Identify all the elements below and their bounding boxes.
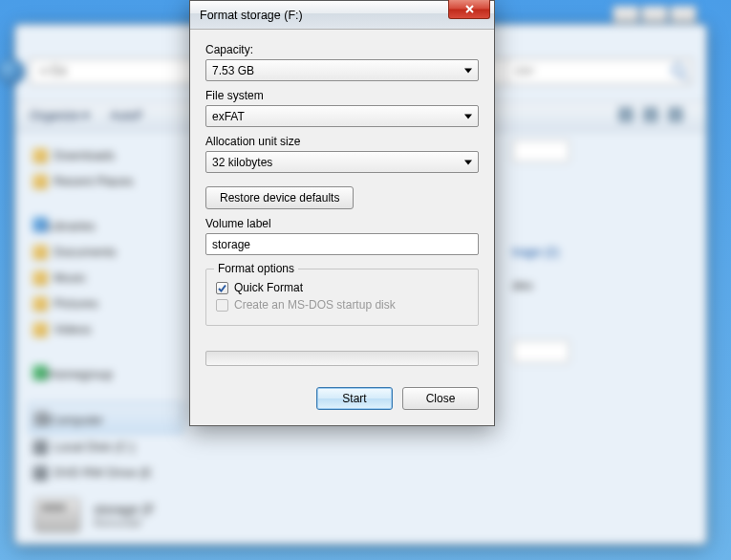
view-icon[interactable] <box>618 107 634 122</box>
computer-icon <box>33 411 49 426</box>
preview-icon[interactable] <box>643 107 658 122</box>
sidebar-item-localdisk[interactable]: Local Disk (C:) <box>29 434 183 460</box>
msdos-label: Create an MS-DOS startup disk <box>234 298 396 312</box>
start-button[interactable]: Start <box>316 387 393 410</box>
storage-link[interactable]: trage (2) <box>512 245 692 259</box>
search-icon <box>672 63 685 76</box>
sidebar-item-downloads[interactable]: Downloads <box>29 142 183 168</box>
check-icon <box>217 283 227 293</box>
volume-label-label: Volume label <box>205 217 479 230</box>
autof-menu[interactable]: AutoF <box>110 108 143 122</box>
dialog-footer: Start Close <box>205 387 479 410</box>
maximize-button[interactable] <box>641 6 668 23</box>
sidebar-item-pictures[interactable]: Pictures <box>29 291 183 316</box>
volume-label-input[interactable] <box>205 233 479 255</box>
sidebar-header-computer[interactable]: Computer <box>29 402 183 434</box>
msdos-checkbox <box>216 299 228 312</box>
folder-icon <box>32 296 48 312</box>
quick-format-row[interactable]: Quick Format <box>216 281 468 294</box>
capacity-label: Capacity: <box>205 43 479 56</box>
format-options-group: Format options Quick Format Create an MS… <box>205 269 479 326</box>
format-dialog: Format storage (F:) Capacity: 7.53 GB Fi… <box>189 0 495 426</box>
close-icon <box>464 4 475 14</box>
minimize-button[interactable] <box>613 6 639 23</box>
progress-bar <box>205 351 479 366</box>
details-pane: storage (F Removabl <box>34 498 155 532</box>
sidebar-item-videos[interactable]: Videos <box>29 316 183 342</box>
sidebar-header-libraries[interactable]: Libraries <box>29 209 183 239</box>
chevron-down-icon <box>464 160 472 164</box>
close-dialog-button[interactable]: Close <box>402 387 479 410</box>
folder-icon <box>32 270 48 286</box>
disk-icon <box>32 440 48 455</box>
dialog-body: Capacity: 7.53 GB File system exFAT Allo… <box>190 30 494 425</box>
sidebar-header-homegroup[interactable]: Homegroup <box>29 357 183 387</box>
allocation-label: Allocation unit size <box>205 135 479 148</box>
drive-subtitle: Removabl <box>94 517 155 528</box>
restore-defaults-button[interactable]: Restore device defaults <box>205 186 354 209</box>
dialog-titlebar[interactable]: Format storage (F:) <box>190 1 494 30</box>
capacity-select[interactable]: 7.53 GB <box>205 59 479 81</box>
allocation-select[interactable]: 32 kilobytes <box>205 151 479 173</box>
drive-title: storage (F <box>94 502 155 517</box>
capacity-value: 7.53 GB <box>212 64 254 77</box>
search-placeholder: ster <box>514 63 535 77</box>
dialog-title: Format storage (F:) <box>200 9 303 22</box>
help-icon[interactable] <box>668 107 683 122</box>
content-field-2 <box>512 340 570 363</box>
close-button[interactable] <box>448 0 490 19</box>
chevron-down-icon <box>464 114 472 118</box>
filesystem-value: exFAT <box>212 110 245 123</box>
folder-icon <box>32 245 48 260</box>
close-win-button[interactable] <box>670 6 697 23</box>
address-text: « Co <box>40 63 66 77</box>
libraries-icon <box>32 217 48 232</box>
sidebar-item-music[interactable]: Music <box>29 265 183 291</box>
msdos-row: Create an MS-DOS startup disk <box>216 298 468 312</box>
filesystem-select[interactable]: exFAT <box>205 105 479 127</box>
disc-icon <box>32 465 48 481</box>
search-box[interactable]: ster <box>505 58 692 85</box>
quick-format-label: Quick Format <box>234 281 303 294</box>
organize-menu[interactable]: Organize ▾ <box>30 108 90 122</box>
nav-forward-button[interactable] <box>0 58 25 85</box>
sidebar-item-documents[interactable]: Documents <box>29 239 183 265</box>
filesystem-label: File system <box>205 89 479 102</box>
sidebar-item-recent[interactable]: Recent Places <box>29 168 183 194</box>
toolbar-icons <box>618 107 683 122</box>
sidebar-item-dvd[interactable]: DVD RW Drive (E <box>29 460 183 485</box>
drive-icon <box>34 498 80 532</box>
allocation-value: 32 kilobytes <box>212 156 272 169</box>
format-options-legend: Format options <box>214 262 298 275</box>
folder-icon <box>32 174 48 189</box>
homegroup-icon <box>32 365 48 380</box>
chevron-down-icon <box>464 68 472 73</box>
folder-icon <box>32 322 48 337</box>
sidebar: Downloads Recent Places Libraries Docume… <box>15 135 197 544</box>
content-field <box>512 140 570 162</box>
folder-icon <box>32 148 48 163</box>
content-text: deo <box>512 278 692 292</box>
window-controls <box>613 6 697 23</box>
quick-format-checkbox[interactable] <box>216 282 228 294</box>
